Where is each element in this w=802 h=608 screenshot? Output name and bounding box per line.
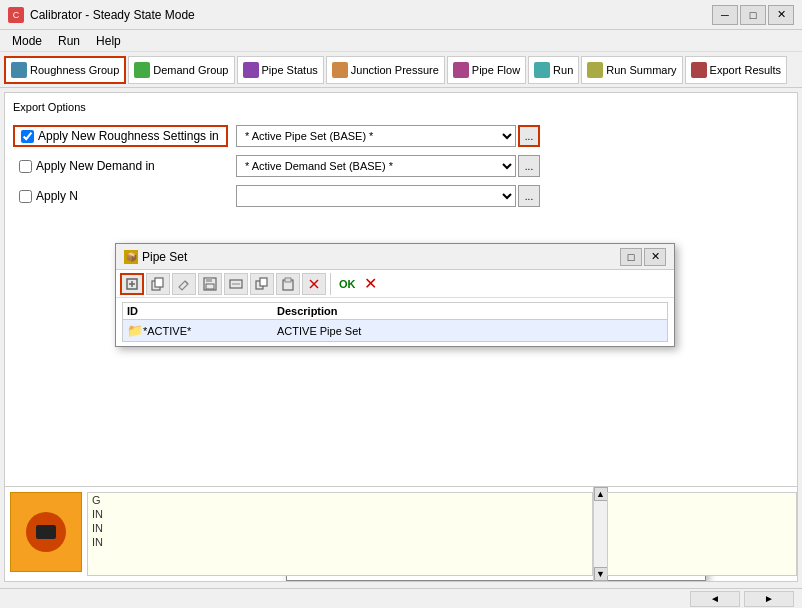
toolbar-separator [330, 273, 331, 295]
pipe-save-button[interactable] [198, 273, 222, 295]
pipe-status-icon [243, 62, 259, 78]
pipe-flow-icon [453, 62, 469, 78]
option-row-roughness: Apply New Roughness Settings in * Active… [13, 125, 789, 147]
svg-line-5 [185, 281, 188, 284]
pipe-set-dialog: 📦 Pipe Set □ ✕ [115, 243, 675, 347]
list-item: IN [88, 521, 592, 535]
pipe-paste-button[interactable] [276, 273, 300, 295]
list-item: IN [88, 535, 592, 549]
pipe-flow-button[interactable]: Pipe Flow [447, 56, 526, 84]
pipe-set-close-button[interactable]: ✕ [644, 248, 666, 266]
roughness-dropdown-container: * Active Pipe Set (BASE) * ... [236, 125, 789, 147]
roughness-icon [11, 62, 27, 78]
svg-rect-8 [206, 284, 214, 289]
run-summary-icon [587, 62, 603, 78]
menu-bar: Mode Run Help [0, 30, 802, 52]
export-results-button[interactable]: Export Results [685, 56, 788, 84]
run-summary-button[interactable]: Run Summary [581, 56, 682, 84]
minimize-button[interactable]: ─ [712, 5, 738, 25]
pipe-set-icon: 📦 [124, 250, 138, 264]
pipe-set-maximize-button[interactable]: □ [620, 248, 642, 266]
scroll-up-button[interactable]: ▲ [594, 487, 608, 501]
status-prev-button[interactable]: ◄ [690, 591, 740, 607]
close-button[interactable]: ✕ [768, 5, 794, 25]
pipe-set-table: ID Description 📁 *ACTIVE* ACTIVE Pipe Se… [122, 302, 668, 342]
pipe-row-id: 📁 *ACTIVE* [127, 323, 277, 338]
pipe-status-button[interactable]: Pipe Status [237, 56, 324, 84]
app-icon: C [8, 7, 24, 23]
apply-browse-button[interactable]: ... [518, 185, 540, 207]
roughness-dropdown[interactable]: * Active Pipe Set (BASE) * [236, 125, 516, 147]
demand-checkbox[interactable] [19, 160, 32, 173]
option-row-apply: Apply N ... [13, 185, 789, 207]
bottom-icon [10, 492, 82, 572]
apply-option-label[interactable]: Apply N [13, 187, 228, 205]
run-button[interactable]: Run [528, 56, 579, 84]
apply-checkbox[interactable] [19, 190, 32, 203]
vertical-scrollbar: ▲ ▼ [593, 487, 607, 581]
menu-mode[interactable]: Mode [4, 32, 50, 50]
menu-run[interactable]: Run [50, 32, 88, 50]
list-item: G [88, 493, 592, 507]
demand-group-button[interactable]: Demand Group [128, 56, 234, 84]
roughness-option-label[interactable]: Apply New Roughness Settings in [13, 125, 228, 147]
pipe-copy-button[interactable] [146, 273, 170, 295]
export-options-title: Export Options [13, 101, 789, 113]
pipe-table-header: ID Description [123, 303, 667, 320]
export-options-panel: Export Options Apply New Roughness Setti… [5, 93, 797, 223]
scroll-down-button[interactable]: ▼ [594, 567, 608, 581]
bottom-list: G IN IN IN [87, 492, 593, 576]
svg-rect-7 [206, 278, 212, 282]
svg-rect-12 [260, 278, 267, 286]
junction-pressure-button[interactable]: Junction Pressure [326, 56, 445, 84]
pipe-ok-button[interactable]: OK [335, 278, 360, 290]
window-controls: ─ □ ✕ [712, 5, 794, 25]
roughness-group-button[interactable]: Roughness Group [4, 56, 126, 84]
demand-icon [134, 62, 150, 78]
roughness-checkbox[interactable] [21, 130, 34, 143]
pipe-set-controls: □ ✕ [620, 248, 666, 266]
camera-icon [26, 512, 66, 552]
status-next-button[interactable]: ► [744, 591, 794, 607]
bottom-right-panel [607, 492, 797, 576]
demand-browse-button[interactable]: ... [518, 155, 540, 177]
apply-dropdown[interactable] [236, 185, 516, 207]
status-bar: ◄ ► [0, 588, 802, 608]
pipe-edit-button[interactable] [172, 273, 196, 295]
pipe-rename-button[interactable] [224, 273, 248, 295]
roughness-browse-button[interactable]: ... [518, 125, 540, 147]
list-item: IN [88, 507, 592, 521]
demand-dropdown[interactable]: * Active Demand Set (BASE) * [236, 155, 516, 177]
pipe-new-button[interactable] [120, 273, 144, 295]
junction-icon [332, 62, 348, 78]
maximize-button[interactable]: □ [740, 5, 766, 25]
demand-dropdown-container: * Active Demand Set (BASE) * ... [236, 155, 789, 177]
title-bar: C Calibrator - Steady State Mode ─ □ ✕ [0, 0, 802, 30]
bottom-panel: G IN IN IN ▲ ▼ [5, 486, 797, 581]
option-row-demand: Apply New Demand in * Active Demand Set … [13, 155, 789, 177]
run-icon [534, 62, 550, 78]
svg-rect-4 [155, 278, 163, 287]
main-toolbar: Roughness Group Demand Group Pipe Status… [0, 52, 802, 88]
pipe-cancel-button[interactable]: ✕ [362, 274, 379, 293]
export-icon [691, 62, 707, 78]
pipe-copy2-button[interactable] [250, 273, 274, 295]
window-title: Calibrator - Steady State Mode [30, 8, 195, 22]
pipe-set-title: 📦 Pipe Set [124, 250, 187, 264]
svg-rect-14 [285, 278, 291, 282]
pipe-set-toolbar: OK ✕ [116, 270, 674, 298]
menu-help[interactable]: Help [88, 32, 129, 50]
pipe-set-title-bar: 📦 Pipe Set □ ✕ [116, 244, 674, 270]
table-row[interactable]: 📁 *ACTIVE* ACTIVE Pipe Set [123, 320, 667, 341]
pipe-delete-button[interactable] [302, 273, 326, 295]
apply-dropdown-container: ... [236, 185, 789, 207]
folder-icon: 📁 [127, 323, 143, 338]
demand-option-label[interactable]: Apply New Demand in [13, 157, 228, 175]
